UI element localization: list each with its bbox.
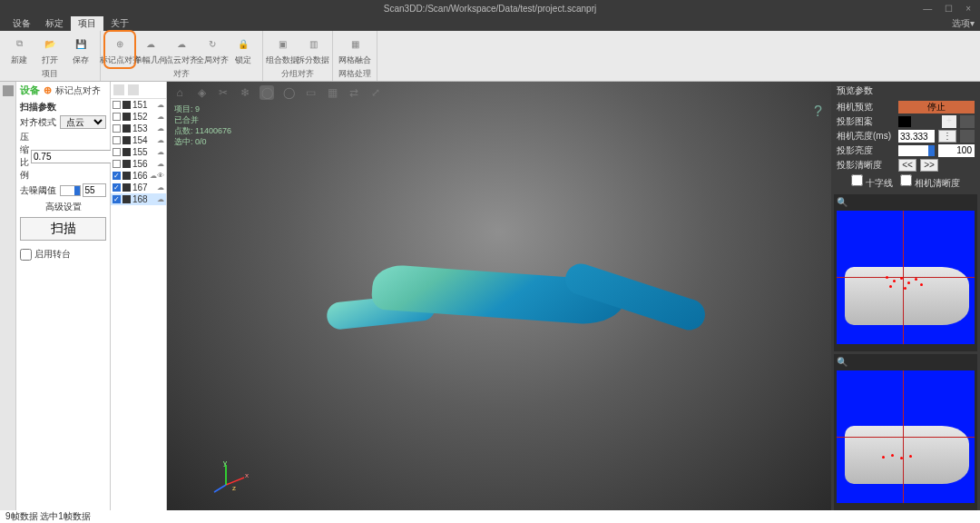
- vp-expand-icon[interactable]: ⤢: [368, 85, 383, 100]
- scan-checkbox[interactable]: [113, 148, 121, 156]
- vp-home-icon[interactable]: ⌂: [172, 85, 187, 100]
- sharp-prev-button[interactable]: <<: [898, 159, 916, 172]
- magnify-icon[interactable]: 🔍: [837, 357, 848, 367]
- scan-cloud-icon: ☁: [157, 148, 164, 156]
- scan-checkbox[interactable]: ✓: [113, 183, 121, 192]
- proj-brightness-value[interactable]: 100: [938, 144, 975, 157]
- scan-checkbox[interactable]: ✓: [113, 195, 121, 203]
- ribbon-group-label: 项目: [42, 68, 58, 80]
- scan-cloud-icon: ☁: [157, 183, 164, 192]
- scan-cloud-icon: ☁: [157, 113, 164, 121]
- scan-item-156[interactable]: 156☁: [111, 158, 166, 170]
- denoise-slider[interactable]: [60, 185, 81, 196]
- viewport-help-icon[interactable]: ?: [814, 104, 822, 120]
- global-align-button[interactable]: ↻全局对齐: [199, 33, 226, 66]
- scan-item-166[interactable]: ✓166☁👁: [111, 170, 166, 182]
- scan-button[interactable]: 扫描: [20, 217, 106, 241]
- scan-swatch-icon: [122, 148, 131, 156]
- lock-button-icon: 🔒: [234, 35, 252, 53]
- cloud-align-button[interactable]: ☁点云对齐: [168, 33, 195, 66]
- scan-item-168[interactable]: ✓168☁: [111, 193, 166, 205]
- scan-cloud-icon: ☁👁: [150, 172, 164, 180]
- scan-item-154[interactable]: 154☁: [111, 134, 166, 146]
- menu-device[interactable]: 设备: [5, 16, 38, 31]
- viewport-toolbar: ⌂ ◈ ✂ ❄ ◯ ◯ ▭ ▦ ⇄ ⤢: [172, 85, 383, 100]
- single-geom-button-icon: ☁: [142, 35, 160, 53]
- lock-button[interactable]: 🔒锁定: [230, 33, 257, 66]
- axis-gizmo[interactable]: x y z: [212, 458, 249, 496]
- scan-item-167[interactable]: ✓167☁: [111, 182, 166, 193]
- stop-button[interactable]: 停止: [898, 101, 975, 113]
- ribbon-group-label: 对齐: [173, 68, 190, 80]
- marker-align-button[interactable]: ⊕标记点对齐: [106, 33, 133, 66]
- maximize-icon[interactable]: ☐: [945, 4, 953, 14]
- vp-circle-icon[interactable]: ◯: [260, 85, 274, 100]
- vp-select-icon[interactable]: ▦: [325, 85, 339, 100]
- pattern-swatch[interactable]: [898, 116, 911, 127]
- pattern-plus-button[interactable]: +: [942, 115, 956, 128]
- list-view-icon[interactable]: [113, 84, 124, 95]
- vp-lasso-icon[interactable]: ◯: [281, 85, 296, 100]
- align-mode-tag: 标记点对齐: [55, 84, 101, 97]
- options-menu[interactable]: 选项▾: [952, 17, 975, 30]
- vp-snow-icon[interactable]: ❄: [238, 85, 252, 100]
- scan-swatch-icon: [122, 183, 131, 192]
- proj-sharp-label: 投影清晰度: [837, 159, 895, 172]
- minimize-icon[interactable]: —: [923, 4, 932, 14]
- preview-title: 预览参数: [831, 82, 980, 100]
- scan-checkbox[interactable]: [113, 101, 121, 109]
- scan-checkbox[interactable]: [113, 124, 121, 133]
- menu-project[interactable]: 项目: [71, 16, 103, 31]
- mesh-fuse-button[interactable]: ▦网格融合: [341, 33, 368, 66]
- scan-swatch-icon: [122, 124, 131, 133]
- align-mode-select[interactable]: 点云: [60, 115, 106, 129]
- vp-rect-icon[interactable]: ▭: [303, 85, 318, 100]
- sharp-next-button[interactable]: >>: [920, 159, 938, 172]
- scan-checkbox[interactable]: [113, 113, 121, 121]
- save-button[interactable]: 💾保存: [67, 33, 94, 66]
- merge-data-button-icon: ▣: [273, 35, 291, 53]
- rail-collapse-icon[interactable]: [3, 85, 14, 96]
- save-button-icon: 💾: [72, 35, 90, 53]
- cam-brightness-value[interactable]: 33.333: [898, 130, 935, 143]
- pattern-bars-icon[interactable]: [960, 115, 975, 128]
- camera-preview-2[interactable]: 🔍: [834, 354, 977, 511]
- split-data-button[interactable]: ▥拆分数据: [299, 33, 327, 66]
- close-icon[interactable]: ×: [965, 4, 971, 14]
- mesh-fuse-button-icon: ▦: [346, 35, 364, 53]
- compress-label: 压缩比例: [20, 131, 29, 182]
- scan-item-152[interactable]: 152☁: [111, 111, 166, 123]
- ribbon-group-label: 网格处理: [338, 68, 371, 80]
- new-button[interactable]: ⧉新建: [5, 33, 33, 66]
- cam-sharp-checkbox[interactable]: [900, 174, 912, 186]
- scan-swatch-icon: [122, 113, 131, 121]
- vp-layers-icon[interactable]: ◈: [194, 85, 209, 100]
- scan-item-151[interactable]: 151☁: [111, 99, 166, 111]
- vp-cut-icon[interactable]: ✂: [216, 85, 230, 100]
- crosshair-checkbox[interactable]: [851, 174, 863, 186]
- merge-data-button[interactable]: ▣组合数据: [269, 33, 296, 66]
- single-geom-button[interactable]: ☁单幅几何: [137, 33, 164, 66]
- scan-checkbox[interactable]: ✓: [113, 172, 121, 180]
- menu-calibrate[interactable]: 标定: [38, 16, 71, 31]
- magnify-icon[interactable]: 🔍: [837, 197, 848, 207]
- 3d-viewport[interactable]: ⌂ ◈ ✂ ❄ ◯ ◯ ▭ ▦ ⇄ ⤢ 项目: 9 已合并 点数: 114006…: [167, 82, 831, 510]
- scan-item-155[interactable]: 155☁: [111, 146, 166, 158]
- brightness-gear-icon[interactable]: [960, 130, 975, 143]
- advanced-settings-link[interactable]: 高级设置: [20, 201, 106, 213]
- scan-item-153[interactable]: 153☁: [111, 123, 166, 134]
- scan-list: 151☁152☁153☁154☁155☁156☁✓166☁👁✓167☁✓168☁: [111, 82, 167, 510]
- camera-preview-1[interactable]: 🔍: [834, 194, 977, 351]
- scan-cloud-icon: ☁: [157, 195, 164, 203]
- vp-link-icon[interactable]: ⇄: [347, 85, 361, 100]
- cam-brightness-spinner[interactable]: ⋮: [938, 130, 956, 143]
- scan-checkbox[interactable]: [113, 136, 121, 144]
- menu-about[interactable]: 关于: [103, 16, 136, 31]
- scan-checkbox[interactable]: [113, 160, 121, 168]
- denoise-input[interactable]: [83, 183, 107, 197]
- turntable-checkbox[interactable]: [20, 249, 32, 261]
- proj-brightness-slider[interactable]: [898, 145, 935, 156]
- list-sort-icon[interactable]: [128, 84, 139, 95]
- preview-panel: 预览参数 相机预览 停止 投影图案 + 相机亮度(ms) 33.333 ⋮ 投影…: [831, 82, 980, 510]
- open-button[interactable]: 📂打开: [36, 33, 64, 66]
